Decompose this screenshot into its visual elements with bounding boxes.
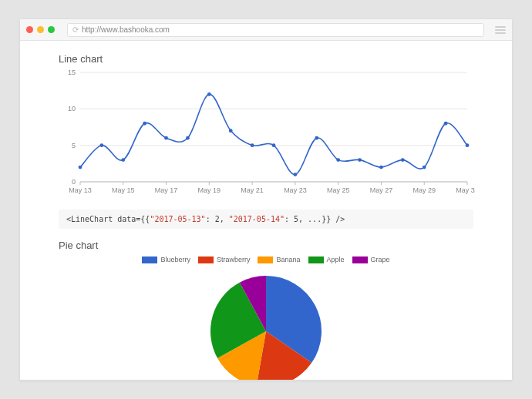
page-content: Line chart 051015May 13May 15May 17May 1… — [20, 41, 512, 380]
svg-point-30 — [99, 143, 103, 147]
legend-item[interactable]: Strawberry — [198, 256, 251, 263]
url-bar[interactable]: ⟳ http://www.bashooka.com — [67, 23, 484, 37]
pie-chart-section: Pie chart BlueberryStrawberryBananaApple… — [59, 240, 473, 380]
svg-point-32 — [143, 122, 146, 126]
svg-text:May 21: May 21 — [241, 186, 264, 194]
svg-text:May 15: May 15 — [112, 186, 135, 194]
legend-label: Apple — [327, 256, 345, 263]
svg-point-39 — [293, 173, 297, 176]
svg-text:May 23: May 23 — [284, 186, 307, 194]
svg-text:May 17: May 17 — [155, 186, 178, 194]
svg-text:15: 15 — [68, 69, 76, 76]
svg-text:May 25: May 25 — [327, 186, 350, 194]
svg-text:May 29: May 29 — [412, 186, 436, 194]
browser-toolbar: ⟳ http://www.bashooka.com — [20, 19, 512, 41]
svg-point-31 — [121, 158, 125, 162]
svg-text:May 31: May 31 — [456, 186, 475, 194]
svg-text:May 13: May 13 — [69, 186, 92, 194]
svg-point-41 — [336, 158, 340, 162]
svg-point-35 — [207, 92, 211, 96]
legend-item[interactable]: Blueberry — [142, 256, 190, 263]
pie-chart-title: Pie chart — [59, 240, 473, 251]
legend-swatch — [308, 256, 324, 263]
pie-legend: BlueberryStrawberryBananaAppleGrape — [59, 256, 473, 263]
svg-point-29 — [79, 166, 82, 169]
svg-point-42 — [358, 158, 362, 162]
svg-point-43 — [379, 166, 383, 169]
svg-point-37 — [251, 143, 254, 147]
legend-label: Banana — [276, 256, 300, 263]
legend-swatch — [258, 256, 273, 263]
legend-label: Strawberry — [217, 256, 251, 263]
legend-item[interactable]: Banana — [258, 256, 300, 263]
legend-swatch — [142, 256, 157, 263]
minimize-window-icon[interactable] — [37, 26, 44, 33]
maximize-window-icon[interactable] — [48, 26, 55, 33]
svg-point-36 — [229, 129, 233, 132]
svg-point-44 — [401, 158, 405, 162]
svg-text:May 27: May 27 — [370, 186, 393, 194]
traffic-lights — [26, 26, 55, 33]
legend-item[interactable]: Apple — [308, 256, 345, 263]
svg-text:10: 10 — [68, 105, 76, 112]
svg-point-38 — [272, 143, 276, 147]
legend-swatch — [198, 256, 214, 263]
legend-label: Grape — [371, 256, 390, 263]
svg-text:5: 5 — [72, 142, 76, 149]
line-chart-section: Line chart 051015May 13May 15May 17May 1… — [59, 53, 473, 202]
legend-swatch — [352, 256, 368, 263]
svg-point-34 — [186, 136, 190, 140]
close-window-icon[interactable] — [26, 26, 33, 33]
legend-item[interactable]: Grape — [352, 256, 390, 263]
pie-chart — [59, 270, 473, 380]
svg-point-47 — [466, 143, 470, 147]
svg-point-45 — [423, 166, 426, 169]
legend-label: Blueberry — [160, 256, 190, 263]
reload-icon[interactable]: ⟳ — [72, 25, 79, 34]
line-chart-title: Line chart — [59, 53, 473, 65]
svg-text:May 19: May 19 — [198, 186, 221, 194]
browser-window: ⟳ http://www.bashooka.com Line chart 051… — [19, 18, 513, 381]
url-text: http://www.bashooka.com — [82, 25, 170, 34]
svg-point-33 — [164, 136, 168, 140]
line-chart: 051015May 13May 15May 17May 19May 21May … — [59, 68, 473, 202]
svg-point-40 — [315, 136, 318, 140]
svg-text:0: 0 — [72, 178, 76, 186]
code-snippet: <LineChart data={{"2017-05-13": 2, "2017… — [59, 210, 473, 229]
svg-point-46 — [444, 122, 448, 126]
hamburger-menu-icon[interactable] — [495, 26, 506, 34]
